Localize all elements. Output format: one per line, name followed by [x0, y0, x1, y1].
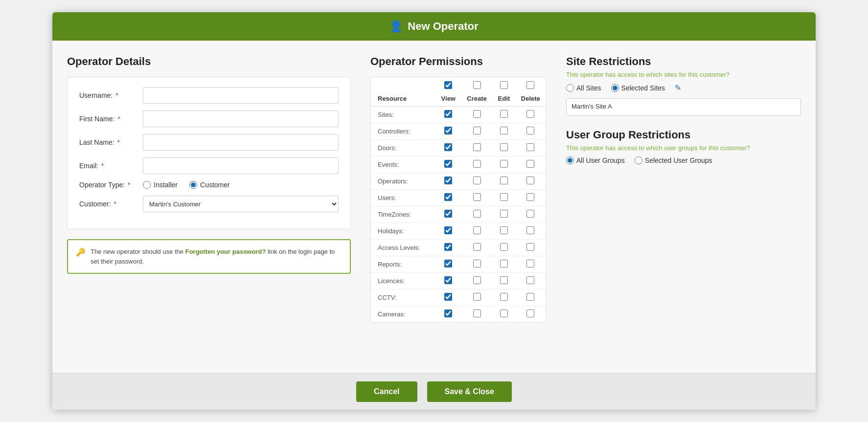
perm-create-checkbox[interactable]: [473, 110, 481, 118]
perm-create-checkbox[interactable]: [473, 127, 481, 134]
user-group-radio-row: All User Groups Selected User Groups: [566, 156, 801, 164]
perm-create-cell: [461, 223, 493, 240]
email-required: *: [101, 162, 104, 170]
perm-delete-checkbox[interactable]: [526, 193, 534, 201]
perm-delete-checkbox[interactable]: [526, 143, 534, 151]
perm-view-checkbox[interactable]: [444, 276, 452, 284]
perm-row: Holidays:: [371, 223, 546, 240]
modal-footer: Cancel Save & Close: [52, 373, 816, 410]
perm-edit-checkbox[interactable]: [500, 243, 508, 251]
customer-select[interactable]: Martin's Customer: [143, 196, 339, 212]
perm-edit-checkbox[interactable]: [500, 260, 508, 267]
delete-all-checkbox[interactable]: [526, 81, 534, 89]
perm-create-checkbox[interactable]: [473, 276, 481, 284]
perm-row: CCTV:: [371, 289, 546, 306]
perm-create-checkbox[interactable]: [473, 243, 481, 251]
operator-details-title: Operator Details: [67, 55, 351, 68]
perm-delete-cell: [515, 190, 546, 206]
perm-resource-col-header: [371, 77, 436, 91]
perm-delete-checkbox[interactable]: [526, 127, 534, 134]
perm-delete-cell: [515, 107, 546, 123]
perm-edit-checkbox[interactable]: [500, 310, 508, 317]
perm-edit-checkbox[interactable]: [500, 210, 508, 218]
save-close-button[interactable]: Save & Close: [427, 381, 512, 402]
perm-view-checkbox[interactable]: [444, 127, 452, 134]
perm-delete-checkbox[interactable]: [526, 260, 534, 267]
perm-delete-cell: [515, 173, 546, 190]
perm-delete-checkbox[interactable]: [526, 310, 534, 317]
all-user-groups-radio-label[interactable]: All User Groups: [566, 156, 625, 164]
perm-view-checkbox[interactable]: [444, 193, 452, 201]
perm-edit-checkbox[interactable]: [500, 143, 508, 151]
perm-view-checkbox[interactable]: [444, 260, 452, 267]
perm-edit-checkbox[interactable]: [500, 127, 508, 134]
perm-edit-checkbox[interactable]: [500, 177, 508, 184]
perm-edit-checkbox[interactable]: [500, 160, 508, 168]
operator-permissions-section: Operator Permissions: [370, 55, 547, 363]
perm-edit-checkbox[interactable]: [500, 226, 508, 234]
perm-view-checkbox[interactable]: [444, 226, 452, 234]
perm-delete-checkbox[interactable]: [526, 293, 534, 301]
selected-user-groups-radio-label[interactable]: Selected User Groups: [635, 156, 712, 164]
perm-view-checkbox[interactable]: [444, 310, 452, 317]
perm-view-checkbox[interactable]: [444, 243, 452, 251]
perm-delete-checkbox[interactable]: [526, 177, 534, 184]
perm-delete-checkbox[interactable]: [526, 210, 534, 218]
perm-delete-checkbox[interactable]: [526, 276, 534, 284]
perm-view-cell: [436, 190, 461, 206]
perm-create-checkbox[interactable]: [473, 293, 481, 301]
view-all-checkbox[interactable]: [444, 81, 452, 89]
perm-edit-checkbox[interactable]: [500, 110, 508, 118]
perm-create-checkbox[interactable]: [473, 177, 481, 184]
edit-sites-icon[interactable]: ✎: [675, 83, 681, 92]
perm-delete-checkbox[interactable]: [526, 110, 534, 118]
perm-create-checkbox[interactable]: [473, 226, 481, 234]
perm-delete-checkbox[interactable]: [526, 243, 534, 251]
all-sites-radio-label[interactable]: All Sites: [566, 84, 601, 92]
selected-sites-radio[interactable]: [611, 84, 619, 92]
forgotten-password-link[interactable]: Forgotten your password?: [185, 248, 266, 255]
modal-body: Operator Details Username: * First Name:…: [52, 41, 816, 373]
customer-radio[interactable]: [189, 181, 197, 189]
customer-row: Customer: * Martin's Customer: [79, 196, 339, 212]
edit-all-checkbox[interactable]: [500, 81, 508, 89]
perm-create-cell: [461, 140, 493, 156]
perm-edit-checkbox[interactable]: [500, 193, 508, 201]
perm-view-checkbox[interactable]: [444, 160, 452, 168]
perm-delete-checkbox[interactable]: [526, 160, 534, 168]
perm-create-checkbox[interactable]: [473, 143, 481, 151]
perm-create-checkbox[interactable]: [473, 260, 481, 267]
perm-create-checkbox[interactable]: [473, 310, 481, 317]
email-input[interactable]: [143, 157, 339, 174]
perm-delete-cell: [515, 156, 546, 173]
firstname-input[interactable]: [143, 111, 339, 127]
perm-edit-header-cb-cell: [493, 77, 515, 91]
all-user-groups-radio[interactable]: [566, 156, 574, 164]
customer-radio-label[interactable]: Customer: [189, 181, 230, 189]
lastname-input[interactable]: [143, 134, 339, 151]
all-sites-radio[interactable]: [566, 84, 574, 92]
perm-delete-checkbox[interactable]: [526, 226, 534, 234]
username-input[interactable]: [143, 87, 339, 104]
perm-edit-checkbox[interactable]: [500, 293, 508, 301]
selected-user-groups-radio[interactable]: [635, 156, 642, 164]
operator-type-radio-group: Installer Customer: [143, 181, 230, 189]
cancel-button[interactable]: Cancel: [356, 381, 417, 402]
perm-create-checkbox[interactable]: [473, 193, 481, 201]
perm-create-checkbox[interactable]: [473, 210, 481, 218]
installer-radio-label[interactable]: Installer: [143, 181, 178, 189]
perm-view-checkbox[interactable]: [444, 143, 452, 151]
new-operator-modal: 👤 New Operator Operator Details Username…: [52, 12, 816, 410]
perm-view-checkbox[interactable]: [444, 293, 452, 301]
perm-row: TimeZones:: [371, 206, 546, 223]
perm-view-checkbox[interactable]: [444, 110, 452, 118]
perm-delete-cell: [515, 140, 546, 156]
create-all-checkbox[interactable]: [473, 81, 481, 89]
selected-sites-radio-label[interactable]: Selected Sites: [611, 84, 665, 92]
perm-view-checkbox[interactable]: [444, 210, 452, 218]
perm-view-checkbox[interactable]: [444, 177, 452, 184]
installer-radio[interactable]: [143, 181, 151, 189]
installer-label: Installer: [154, 181, 178, 189]
perm-create-checkbox[interactable]: [473, 160, 481, 168]
perm-edit-checkbox[interactable]: [500, 276, 508, 284]
